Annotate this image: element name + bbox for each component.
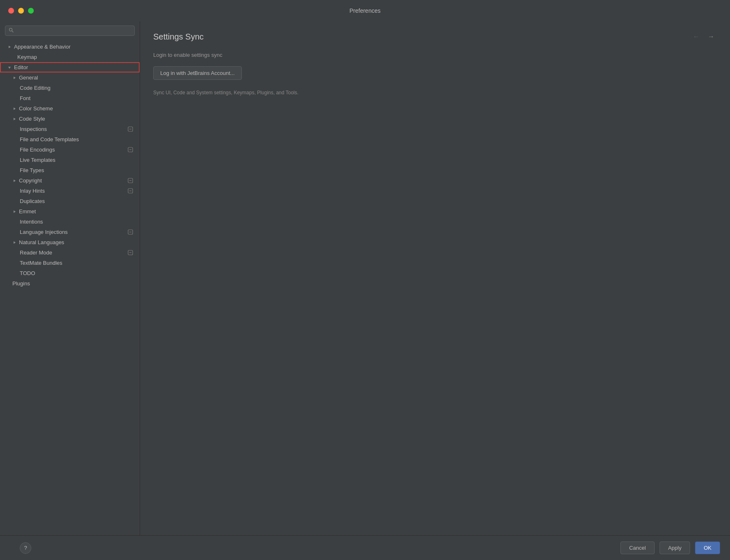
sidebar-item-file-code-templates[interactable]: File and Code Templates — [0, 134, 140, 145]
svg-marker-16 — [14, 210, 16, 213]
sidebar-item-todo[interactable]: TODO — [0, 268, 140, 278]
cancel-button[interactable]: Cancel — [620, 541, 654, 554]
sidebar-item-color-scheme[interactable]: Color Scheme — [0, 103, 140, 114]
sidebar-item-file-encodings[interactable]: File Encodings — [0, 145, 140, 155]
chevron-right-icon-emmet — [12, 209, 17, 215]
sidebar-label-appearance-behavior: Appearance & Behavior — [14, 44, 133, 50]
back-arrow-icon: ← — [693, 33, 700, 40]
sidebar-label-textmate-bundles: TextMate Bundles — [20, 260, 133, 266]
sidebar-label-font: Font — [20, 95, 133, 101]
sidebar-label-emmet: Emmet — [19, 208, 133, 215]
sidebar-item-reader-mode[interactable]: Reader Mode — [0, 247, 140, 258]
main-container: Appearance & Behavior Keymap Editor — [0, 21, 730, 535]
chevron-down-icon — [7, 65, 12, 70]
chevron-right-icon-code-style — [12, 116, 17, 122]
sidebar-label-editor: Editor — [14, 64, 133, 70]
sidebar-label-file-types: File Types — [20, 167, 133, 173]
bottom-bar: ? Cancel Apply OK — [0, 535, 730, 560]
chevron-right-icon — [7, 44, 12, 50]
forward-arrow-button[interactable]: → — [705, 31, 717, 42]
sidebar-label-natural-languages: Natural Languages — [19, 239, 133, 245]
sidebar-nav: Appearance & Behavior Keymap Editor — [0, 40, 140, 535]
svg-marker-19 — [14, 241, 16, 244]
sidebar-item-language-injections[interactable]: Language Injections — [0, 227, 140, 237]
content-panel: Settings Sync ← → Login to enable settin… — [140, 21, 730, 535]
apply-button[interactable]: Apply — [660, 541, 690, 554]
minimize-button[interactable] — [18, 8, 24, 14]
sidebar-label-copyright: Copyright — [19, 177, 127, 184]
sidebar-item-copyright[interactable]: Copyright — [0, 175, 140, 186]
ok-button[interactable]: OK — [695, 541, 720, 554]
badge-icon-inlay-hints — [127, 188, 133, 194]
badge-icon-copyright — [127, 178, 133, 184]
login-button[interactable]: Log in with JetBrains Account... — [153, 66, 242, 80]
help-label: ? — [24, 545, 27, 551]
sidebar: Appearance & Behavior Keymap Editor — [0, 21, 140, 535]
sync-description: Sync UI, Code and System settings, Keyma… — [153, 90, 717, 96]
sidebar-item-inlay-hints[interactable]: Inlay Hints — [0, 186, 140, 196]
sidebar-label-color-scheme: Color Scheme — [19, 105, 133, 112]
sidebar-item-live-templates[interactable]: Live Templates — [0, 155, 140, 165]
sidebar-item-keymap[interactable]: Keymap — [0, 52, 140, 62]
sidebar-label-duplicates: Duplicates — [20, 198, 133, 204]
sidebar-label-live-templates: Live Templates — [20, 157, 133, 163]
sidebar-item-general[interactable]: General — [0, 72, 140, 83]
sidebar-item-duplicates[interactable]: Duplicates — [0, 196, 140, 206]
maximize-button[interactable] — [28, 8, 34, 14]
sidebar-label-plugins: Plugins — [12, 280, 133, 287]
sidebar-item-editor[interactable]: Editor — [0, 62, 140, 72]
preferences-window: Preferences — [0, 0, 730, 560]
sidebar-label-general: General — [19, 75, 133, 81]
svg-line-1 — [12, 31, 13, 32]
svg-marker-4 — [14, 77, 16, 79]
sidebar-item-textmate-bundles[interactable]: TextMate Bundles — [0, 258, 140, 268]
chevron-right-icon-color-scheme — [12, 106, 17, 112]
help-button[interactable]: ? — [20, 542, 31, 554]
svg-marker-2 — [9, 46, 11, 48]
search-wrapper[interactable] — [5, 26, 135, 36]
bottom-bar-inner: ? Cancel Apply OK — [10, 541, 720, 554]
sidebar-label-code-style: Code Style — [19, 116, 133, 122]
sidebar-item-file-types[interactable]: File Types — [0, 165, 140, 175]
sidebar-label-todo: TODO — [20, 270, 133, 276]
badge-icon-language-injections — [127, 229, 133, 235]
content-subtitle: Login to enable settings sync — [153, 52, 717, 58]
svg-marker-5 — [14, 107, 16, 110]
back-arrow-button[interactable]: ← — [690, 31, 702, 42]
search-icon — [9, 28, 14, 34]
content-header: Settings Sync ← → — [140, 21, 730, 49]
svg-marker-11 — [14, 180, 16, 182]
search-container — [0, 21, 140, 40]
chevron-right-icon-copyright — [12, 178, 17, 184]
sidebar-label-file-code-templates: File and Code Templates — [20, 136, 133, 142]
sidebar-item-inspections[interactable]: Inspections — [0, 124, 140, 134]
sidebar-label-language-injections: Language Injections — [20, 229, 127, 235]
search-input[interactable] — [16, 28, 131, 34]
sidebar-label-intentions: Intentions — [20, 219, 133, 225]
sidebar-item-intentions[interactable]: Intentions — [0, 217, 140, 227]
sidebar-item-natural-languages[interactable]: Natural Languages — [0, 237, 140, 247]
sidebar-label-reader-mode: Reader Mode — [20, 250, 127, 256]
sidebar-item-plugins[interactable]: Plugins — [0, 278, 140, 289]
content-body: Login to enable settings sync Log in wit… — [140, 49, 730, 535]
sidebar-label-code-editing: Code Editing — [20, 85, 133, 91]
badge-icon-file-encodings — [127, 147, 133, 153]
sidebar-label-inspections: Inspections — [20, 126, 127, 132]
content-title: Settings Sync — [153, 32, 204, 42]
badge-icon-reader-mode — [127, 250, 133, 256]
sidebar-item-emmet[interactable]: Emmet — [0, 206, 140, 217]
close-button[interactable] — [8, 8, 14, 14]
sidebar-label-inlay-hints: Inlay Hints — [20, 188, 127, 194]
sidebar-item-appearance-behavior[interactable]: Appearance & Behavior — [0, 42, 140, 52]
nav-arrows: ← → — [690, 31, 717, 42]
svg-marker-6 — [14, 118, 16, 120]
sidebar-label-keymap: Keymap — [17, 54, 133, 60]
sidebar-item-code-editing[interactable]: Code Editing — [0, 83, 140, 93]
chevron-right-icon-natural — [12, 240, 17, 245]
forward-arrow-icon: → — [708, 33, 714, 40]
sidebar-item-code-style[interactable]: Code Style — [0, 114, 140, 124]
traffic-lights — [8, 8, 34, 14]
badge-icon-inspections — [127, 126, 133, 132]
sidebar-item-font[interactable]: Font — [0, 93, 140, 103]
sidebar-label-file-encodings: File Encodings — [20, 147, 127, 153]
